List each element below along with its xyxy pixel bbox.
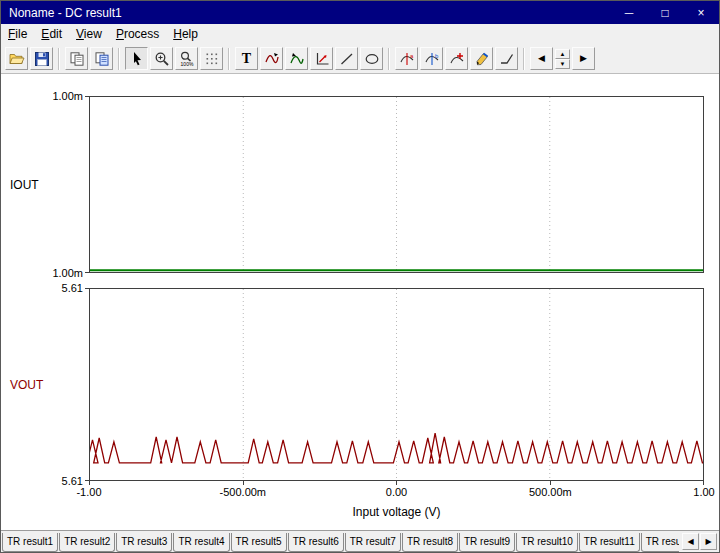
menu-item-edit[interactable]: Edit xyxy=(34,24,69,44)
spin-down-icon[interactable]: ▼ xyxy=(555,59,570,69)
menu-item-file[interactable]: File xyxy=(1,24,34,44)
add-marker-icon xyxy=(449,51,465,67)
marker-b-icon: b xyxy=(424,51,440,67)
add-marker-tool-button[interactable] xyxy=(445,47,468,70)
tab-tr-result2[interactable]: TR result2 xyxy=(59,533,115,552)
tab-scroll-arrows: ◀ ▶ xyxy=(681,533,717,550)
tab-tr-result5[interactable]: TR result5 xyxy=(231,533,287,552)
text-tool-button[interactable]: T xyxy=(235,47,258,70)
svg-text:a: a xyxy=(410,52,414,58)
slope-tool-button[interactable] xyxy=(495,47,518,70)
x-tick-label: -500.00m xyxy=(220,486,266,498)
tab-scroll-left-button[interactable]: ◀ xyxy=(682,533,699,550)
iout-curve-label: IOUT xyxy=(10,178,39,192)
tab-tr-result10[interactable]: TR result10 xyxy=(516,533,578,552)
curve-select-icon xyxy=(289,51,305,67)
grid-toggle-button[interactable] xyxy=(200,47,223,70)
ellipse-tool-button[interactable] xyxy=(360,47,383,70)
x-axis-title: Input voltage (V) xyxy=(89,505,704,519)
open-button[interactable] xyxy=(5,47,28,70)
line-icon xyxy=(339,51,355,67)
iout-plot[interactable] xyxy=(89,96,704,273)
menu-item-help[interactable]: Help xyxy=(166,24,205,44)
tab-tr-result4[interactable]: TR result4 xyxy=(173,533,229,552)
vout-plot[interactable] xyxy=(89,288,704,481)
x-tick-label: 1.00 xyxy=(693,486,714,498)
vout-trace xyxy=(90,289,703,480)
copy-button[interactable] xyxy=(65,47,88,70)
paste-button[interactable] xyxy=(90,47,113,70)
close-button[interactable]: × xyxy=(683,1,719,24)
marker-a-icon: a xyxy=(399,51,415,67)
tab-tr-result6[interactable]: TR result6 xyxy=(288,533,344,552)
toolbar-separator xyxy=(58,48,60,70)
x-tick-mark xyxy=(550,481,551,485)
marker-a-tool-button[interactable]: a xyxy=(395,47,418,70)
x-tick-label: -1.00 xyxy=(76,486,101,498)
page-left-button[interactable]: ◀ xyxy=(530,47,553,70)
page-spinner[interactable]: ▲ ▼ xyxy=(555,49,570,69)
x-tick-mark xyxy=(89,481,90,485)
menu-item-view[interactable]: View xyxy=(69,24,109,44)
iout-y-top-label: 1.00m xyxy=(1,90,83,102)
toolbar-separator xyxy=(388,48,390,70)
maximize-button[interactable]: □ xyxy=(647,1,683,24)
zoom-in-button[interactable] xyxy=(150,47,173,70)
x-tick-label: 500.00m xyxy=(529,486,572,498)
cursor-tool-button[interactable] xyxy=(125,47,148,70)
ellipse-icon xyxy=(364,51,380,67)
probe-tool-button[interactable] xyxy=(470,47,493,70)
open-folder-icon xyxy=(9,51,25,67)
tab-strip-bar: TR result1TR result2TR result3TR result4… xyxy=(1,530,719,552)
zoom-100-icon: 100% xyxy=(179,51,195,67)
tab-scroll-right-button[interactable]: ▶ xyxy=(700,533,717,550)
tab-tr-result11[interactable]: TR result11 xyxy=(579,533,640,552)
tab-tr-result1[interactable]: TR result1 xyxy=(2,533,58,552)
minimize-button[interactable]: ─ xyxy=(611,1,647,24)
curve-edit-icon xyxy=(264,51,280,67)
probe-pen-icon xyxy=(474,51,490,67)
text-tool-icon: T xyxy=(242,52,251,66)
tab-tr-result12[interactable]: TR result12 xyxy=(641,533,679,552)
x-tick-mark xyxy=(243,481,244,485)
svg-text:100%: 100% xyxy=(180,61,193,67)
save-button[interactable] xyxy=(30,47,53,70)
curve-select-tool-button[interactable] xyxy=(285,47,308,70)
tab-tr-result9[interactable]: TR result9 xyxy=(459,533,515,552)
copy-icon xyxy=(69,51,85,67)
save-floppy-icon xyxy=(34,51,50,67)
page-right-icon: ▶ xyxy=(580,54,587,63)
zoom-100-button[interactable]: 100% xyxy=(175,47,198,70)
tab-strip: TR result1TR result2TR result3TR result4… xyxy=(2,531,679,552)
page-left-icon: ◀ xyxy=(538,54,545,63)
window-title: Noname - DC result1 xyxy=(1,6,611,20)
marker-b-tool-button[interactable]: b xyxy=(420,47,443,70)
svg-text:b: b xyxy=(435,52,439,58)
vout-curve-label: VOUT xyxy=(10,378,43,392)
toolbar-separator xyxy=(118,48,120,70)
menu-item-process[interactable]: Process xyxy=(109,24,166,44)
spin-up-icon[interactable]: ▲ xyxy=(555,49,570,59)
chart-panel: 1.00m 1.00m 5.61 5.61 IOUT VOUT -1.00 -5… xyxy=(1,74,719,530)
cursor-arrow-icon xyxy=(129,51,145,67)
page-right-button[interactable]: ▶ xyxy=(572,47,595,70)
line-tool-button[interactable] xyxy=(335,47,358,70)
x-tick-label: 0.00 xyxy=(386,486,407,498)
tab-tr-result3[interactable]: TR result3 xyxy=(116,533,172,552)
axis-scale-tool-button[interactable] xyxy=(310,47,333,70)
slope-line-icon xyxy=(499,51,515,67)
app-window: Noname - DC result1 ─ □ × FileEditViewPr… xyxy=(0,0,720,553)
vout-y-bottom-label: 5.61 xyxy=(1,475,83,487)
menu-bar: FileEditViewProcessHelp xyxy=(1,24,719,44)
toolbar-separator xyxy=(228,48,230,70)
paste-icon xyxy=(94,51,110,67)
tab-tr-result7[interactable]: TR result7 xyxy=(345,533,401,552)
x-tick-mark xyxy=(396,481,397,485)
iout-y-bottom-label: 1.00m xyxy=(1,267,83,279)
x-tick-mark xyxy=(703,481,704,485)
iout-trace xyxy=(90,97,703,272)
tab-tr-result8[interactable]: TR result8 xyxy=(402,533,458,552)
axis-scale-icon xyxy=(314,51,330,67)
curve-edit-tool-button[interactable] xyxy=(260,47,283,70)
toolbar: 100% T xyxy=(1,44,719,74)
